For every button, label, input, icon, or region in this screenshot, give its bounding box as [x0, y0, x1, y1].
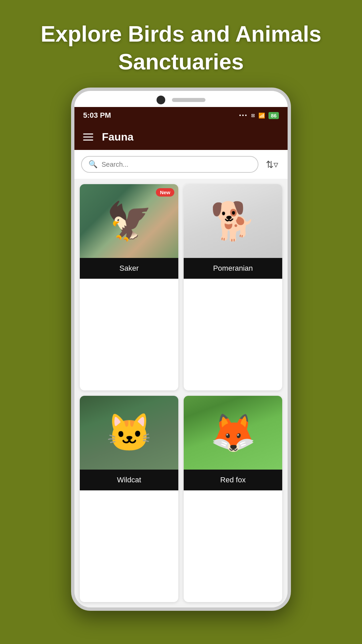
hamburger-menu-button[interactable] — [83, 133, 93, 141]
redfox-label: Red fox — [184, 470, 282, 490]
animal-card-saker[interactable]: New 🦅 Saker — [80, 184, 178, 390]
page-header-title: Explore Birds and Animals Sanctuaries — [27, 20, 335, 75]
search-input-wrapper[interactable]: 🔍 — [81, 156, 258, 173]
search-icon: 🔍 — [88, 160, 98, 169]
phone-camera — [157, 96, 165, 104]
sort-filter-button[interactable]: ⇅▿ — [263, 156, 281, 173]
wildcat-image: 🐱 — [80, 396, 178, 470]
battery-badge: 86 — [268, 112, 279, 119]
status-dots: ••• — [239, 112, 248, 118]
search-input[interactable] — [102, 161, 251, 168]
page-header: Explore Birds and Animals Sanctuaries — [0, 0, 362, 88]
search-area: 🔍 ⇅▿ — [74, 150, 288, 179]
animal-card-redfox[interactable]: 🦊 Red fox — [184, 396, 282, 602]
animal-card-wildcat[interactable]: 🐱 Wildcat — [80, 396, 178, 602]
status-bar: 5:03 PM ••• ⊠ 📶 86 — [74, 107, 288, 124]
phone-frame: 5:03 PM ••• ⊠ 📶 86 Fauna 🔍 — [71, 88, 291, 611]
pomeranian-label: Pomeranian — [184, 258, 282, 279]
status-time: 5:03 PM — [83, 111, 111, 120]
app-title: Fauna — [102, 131, 133, 143]
screenshot-icon: ⊠ — [251, 113, 255, 118]
app-header: Fauna — [74, 124, 288, 150]
hamburger-line-3 — [83, 140, 93, 141]
sort-filter-icon: ⇅▿ — [266, 159, 278, 170]
saker-label: Saker — [80, 258, 178, 279]
new-badge-saker: New — [156, 188, 174, 197]
hamburger-line-1 — [83, 133, 93, 135]
phone-speaker — [172, 98, 205, 102]
hamburger-line-2 — [83, 137, 93, 138]
animals-grid: New 🦅 Saker 🐕 Pomeranian — [74, 179, 288, 607]
redfox-image: 🦊 — [184, 396, 282, 470]
pomeranian-image: 🐕 — [184, 184, 282, 258]
page-background: Explore Birds and Animals Sanctuaries 5:… — [0, 0, 362, 644]
wildcat-label: Wildcat — [80, 470, 178, 490]
app-content: 🔍 ⇅▿ New 🦅 — [74, 150, 288, 607]
phone-physical-top — [74, 91, 288, 107]
status-icons: ••• ⊠ 📶 86 — [239, 112, 279, 119]
wifi-icon: 📶 — [258, 112, 265, 119]
animal-card-pomeranian[interactable]: 🐕 Pomeranian — [184, 184, 282, 390]
